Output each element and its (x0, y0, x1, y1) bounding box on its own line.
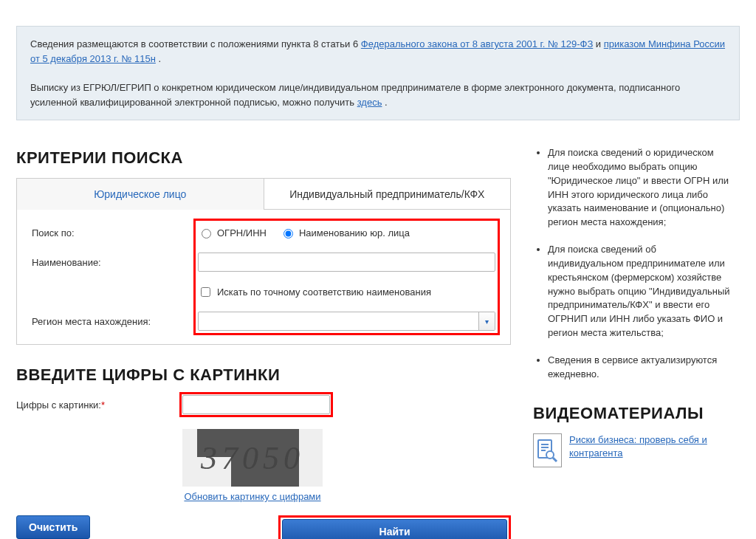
captcha-title: ВВЕДИТЕ ЦИФРЫ С КАРТИНКИ (16, 365, 511, 385)
required-mark: * (101, 399, 105, 411)
radio-ogrn-inn[interactable]: ОГРН/ИНН (198, 227, 267, 238)
info-text: Сведения размещаются в соответствии с по… (30, 38, 361, 49)
info-text-2: Выписку из ЕГРЮЛ/ЕГРИП о конкретном юрид… (30, 82, 680, 108)
label-captcha: Цифры с картинки: (16, 399, 101, 411)
tab-legal-entity[interactable]: Юридическое лицо (17, 179, 264, 210)
link-get-extract[interactable]: здесь (357, 97, 382, 108)
tab-individual[interactable]: Индивидуальный предприниматель/КФХ (264, 179, 511, 210)
hint-item: Сведения в сервисе актуализируются ежедн… (548, 354, 732, 382)
link-law-129fz[interactable]: Федерального закона от 8 августа 2001 г.… (361, 38, 593, 49)
video-link-risks[interactable]: Риски бизнеса: проверь себя и контрагент… (569, 433, 732, 460)
checkbox-exact-match[interactable]: Искать по точному соответствию наименова… (198, 285, 431, 299)
name-input[interactable] (198, 253, 495, 272)
find-button[interactable]: Найти (282, 519, 507, 539)
document-search-icon (533, 433, 562, 467)
label-region: Регион места нахождения: (32, 316, 151, 327)
svg-point-4 (546, 451, 554, 459)
chevron-down-icon: ▾ (478, 312, 495, 330)
region-value (199, 312, 478, 330)
hints-list: Для поиска сведений о юридическом лице н… (533, 146, 732, 382)
captcha-digits: 37050 (182, 439, 323, 477)
region-dropdown[interactable]: ▾ (198, 312, 495, 331)
info-notice: Сведения размещаются в соответствии с по… (16, 26, 740, 120)
svg-line-5 (553, 458, 557, 461)
clear-button[interactable]: Очистить (16, 515, 90, 539)
hint-item: Для поиска сведений о юридическом лице н… (548, 146, 732, 230)
radio-by-name[interactable]: Наименованию юр. лица (280, 227, 410, 238)
hint-item: Для поиска сведений об индивидуальном пр… (548, 243, 732, 340)
video-title: ВИДЕОМАТЕРИАЛЫ (533, 404, 732, 423)
criteria-panel: Юридическое лицо Индивидуальный предприн… (16, 178, 511, 345)
criteria-title: КРИТЕРИИ ПОИСКА (16, 148, 511, 168)
captcha-image: 37050 (182, 429, 323, 487)
captcha-input[interactable] (182, 395, 330, 414)
captcha-refresh-link[interactable]: Обновить картинку с цифрами (182, 491, 323, 502)
label-search-by: Поиск по: (32, 227, 75, 238)
label-name: Наименование: (32, 257, 101, 268)
